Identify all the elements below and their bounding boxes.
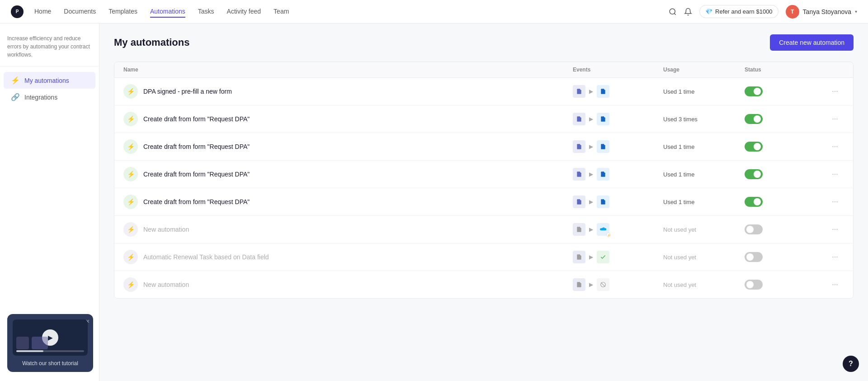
refer-button[interactable]: 💎 Refer and earn $1000	[699, 5, 778, 18]
doc-icon	[573, 85, 585, 98]
nav-documents[interactable]: Documents	[64, 6, 96, 18]
thumb-block1	[16, 337, 29, 349]
toggle-switch[interactable]	[745, 197, 763, 207]
more-options-button[interactable]: ···	[826, 115, 844, 123]
nav-activity-feed[interactable]: Activity feed	[227, 6, 261, 18]
usage-cell: Not used yet	[663, 226, 745, 233]
nav-home[interactable]: Home	[34, 6, 51, 18]
automation-name: New automation	[143, 226, 189, 233]
notifications-button[interactable]	[684, 8, 692, 16]
automation-icon: ⚡	[123, 139, 138, 154]
sidebar-item-label: Integrations	[24, 94, 57, 101]
progress-fill	[16, 350, 43, 352]
arrow-icon: ▶	[589, 281, 593, 288]
col-events: Events	[573, 67, 663, 73]
row-name-cell: ⚡ Create draft from form "Request DPA"	[123, 167, 573, 181]
user-name: Tanya Stoyanova	[803, 8, 851, 15]
automation-icon: ⚡	[123, 167, 138, 181]
nav-automations[interactable]: Automations	[150, 6, 185, 18]
layout: Increase efficiency and reduce errors by…	[0, 24, 868, 381]
toggle-switch[interactable]	[745, 169, 763, 179]
row-name-cell: ⚡ Create draft from form "Request DPA"	[123, 195, 573, 209]
table-row: ⚡ Create draft from form "Request DPA" ▶…	[114, 105, 853, 133]
events-cell: ▶	[573, 168, 663, 181]
toggle-switch[interactable]	[745, 280, 763, 290]
arrow-icon: ▶	[589, 143, 593, 150]
tutorial-card: × ▶ Watch our short tutorial	[7, 314, 93, 372]
arrow-icon: ▶	[589, 254, 593, 260]
usage-cell: Not used yet	[663, 281, 745, 288]
events-cell: ▶	[573, 195, 663, 208]
main-content: My automations Create new automation Nam…	[99, 24, 868, 381]
nav-team[interactable]: Team	[274, 6, 289, 18]
events-cell: ▶	[573, 113, 663, 125]
avatar: T	[786, 5, 799, 19]
more-options-button[interactable]: ···	[826, 170, 844, 178]
usage-cell: Used 1 time	[663, 88, 745, 95]
tutorial-thumbnail[interactable]: ▶	[13, 319, 88, 356]
status-cell	[745, 280, 826, 290]
more-options-button[interactable]: ···	[826, 225, 844, 233]
nav-templates[interactable]: Templates	[108, 6, 137, 18]
automation-name: Create draft from form "Request DPA"	[143, 143, 250, 150]
nav-tasks[interactable]: Tasks	[198, 6, 214, 18]
automation-name: Create draft from form "Request DPA"	[143, 198, 250, 205]
arrow-icon: ▶	[589, 226, 593, 233]
user-menu[interactable]: T Tanya Stoyanova ▾	[786, 5, 857, 19]
arrow-icon: ▶	[589, 171, 593, 177]
block-icon	[597, 278, 609, 291]
automation-icon: ⚡	[123, 195, 138, 209]
toggle-switch[interactable]	[745, 252, 763, 262]
col-status: Status	[745, 67, 826, 73]
doc-icon	[573, 223, 585, 236]
doc2-icon	[597, 140, 609, 153]
row-name-cell: ⚡ New automation	[123, 277, 573, 292]
task-icon	[597, 251, 609, 263]
more-options-button[interactable]: ···	[826, 143, 844, 151]
sidebar-item-label: My automations	[24, 77, 69, 84]
usage-cell: Not used yet	[663, 254, 745, 261]
col-name: Name	[123, 67, 573, 73]
table-row: ⚡ Automatic Renewal Task based on Data f…	[114, 243, 853, 271]
sidebar-item-my-automations[interactable]: ⚡ My automations	[4, 72, 95, 89]
toggle-switch[interactable]	[745, 114, 763, 124]
more-options-button[interactable]: ···	[826, 198, 844, 206]
events-cell: ▶	[573, 251, 663, 263]
row-name-cell: ⚡ New automation	[123, 222, 573, 237]
toggle-switch[interactable]	[745, 224, 763, 234]
tutorial-label: Watch our short tutorial	[13, 360, 88, 367]
automation-name: Automatic Renewal Task based on Data fie…	[143, 253, 269, 261]
salesforce-badge: ⚡	[606, 233, 611, 237]
progress-bar	[16, 350, 84, 352]
col-actions	[826, 67, 844, 73]
svg-point-0	[670, 9, 675, 14]
doc2-icon	[597, 195, 609, 208]
table-row: ⚡ DPA signed - pre-fill a new form ▶ Use…	[114, 78, 853, 105]
main-header: My automations Create new automation	[114, 34, 854, 51]
doc-icon	[573, 140, 585, 153]
create-automation-button[interactable]: Create new automation	[770, 34, 854, 51]
toggle-switch[interactable]	[745, 142, 763, 152]
nav-links: Home Documents Templates Automations Tas…	[34, 6, 669, 18]
automation-icon: ⚡	[123, 277, 138, 292]
more-options-button[interactable]: ···	[826, 87, 844, 95]
status-cell	[745, 252, 826, 262]
sidebar-info: Increase efficiency and reduce errors by…	[0, 31, 99, 67]
salesforce-icon: ⚡	[597, 223, 609, 236]
more-options-button[interactable]: ···	[826, 253, 844, 261]
status-cell	[745, 86, 826, 96]
toggle-switch[interactable]	[745, 86, 763, 96]
more-options-button[interactable]: ···	[826, 281, 844, 289]
lightning-icon: ⚡	[11, 76, 20, 85]
search-button[interactable]	[669, 8, 677, 16]
table-row: ⚡ New automation ▶ ⚡ Not used yet	[114, 216, 853, 243]
help-button[interactable]: ?	[843, 356, 859, 372]
sidebar-item-integrations[interactable]: 🔗 Integrations	[4, 89, 95, 105]
thumb-block2	[32, 337, 48, 349]
arrow-icon: ▶	[589, 116, 593, 122]
status-cell	[745, 197, 826, 207]
doc-icon	[573, 195, 585, 208]
automation-name: New automation	[143, 281, 189, 288]
link-icon: 🔗	[11, 93, 20, 101]
automation-name: DPA signed - pre-fill a new form	[143, 88, 232, 95]
